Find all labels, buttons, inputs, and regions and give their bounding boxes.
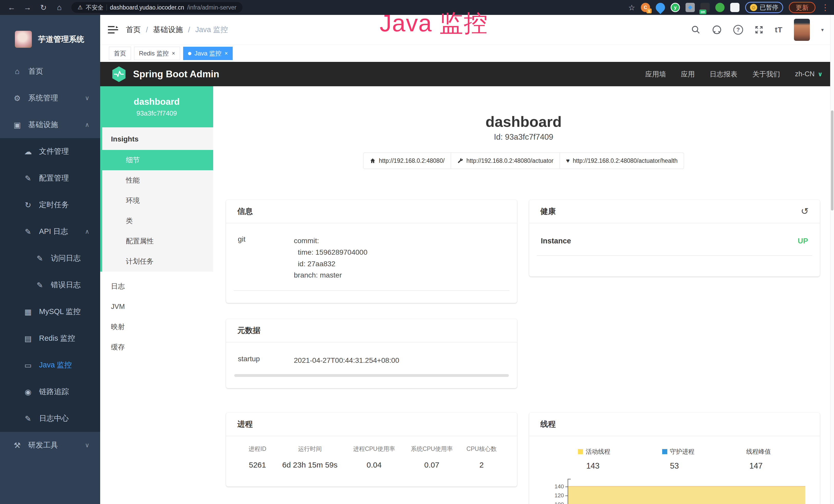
security-label[interactable]: 不安全 xyxy=(86,4,104,12)
scrollbar-thumb[interactable] xyxy=(831,110,833,210)
tags-view-bar: 首页 Redis 监控 × Java 监控 × xyxy=(100,45,834,62)
log-icon: ✎ xyxy=(35,254,45,263)
sidebar-item-access-logs[interactable]: ✎ 访问日志 xyxy=(0,245,100,272)
tag-label: Redis 监控 xyxy=(139,49,169,58)
infrastructure-submenu: ☁ 文件管理 ✎ 配置管理 ↻ 定时任务 ✎ API 日志 ∧ ✎ 访问日志 ✎ xyxy=(0,138,100,432)
update-button[interactable]: 更新 xyxy=(789,2,815,13)
sidebar-item-label: Java 监控 xyxy=(39,360,72,370)
actuator-url-button[interactable]: http://192.168.0.2:48080/actuator xyxy=(451,153,560,169)
locale-label: zh-CN xyxy=(795,70,815,78)
tag-home[interactable]: 首页 xyxy=(109,47,131,60)
menu-item-classes[interactable]: 类 xyxy=(102,211,213,231)
menu-item-environment[interactable]: 环境 xyxy=(102,190,213,211)
health-instance-row[interactable]: Instance UP xyxy=(537,223,812,256)
health-url-button[interactable]: ♥ http://192.168.0.2:48080/actuator/heal… xyxy=(560,153,684,169)
sidebar-item-label: 链路追踪 xyxy=(39,387,69,397)
caret-down-icon[interactable]: ▾ xyxy=(821,27,824,33)
instance-header[interactable]: dashboard 93a3fc7f7409 xyxy=(100,86,213,127)
breadcrumb-home[interactable]: 首页 xyxy=(126,25,141,35)
trace-eye-icon: ◉ xyxy=(23,387,34,396)
menu-item-metrics[interactable]: 性能 xyxy=(102,170,213,190)
browser-back-icon[interactable]: ← xyxy=(7,3,16,12)
fullscreen-icon[interactable] xyxy=(754,25,764,35)
sidebar-item-system-management[interactable]: ⚙ 系统管理 ∨ xyxy=(0,85,100,111)
tag-java-monitor[interactable]: Java 监控 × xyxy=(183,47,233,60)
menu-group-jvm[interactable]: JVM xyxy=(100,297,213,317)
info-git-row: git commit: time: 1596289704000 id: 27aa… xyxy=(234,223,509,291)
sba-nav-about[interactable]: 关于我们 xyxy=(752,70,780,79)
sidebar-item-scheduled-tasks[interactable]: ↻ 定时任务 xyxy=(0,191,100,218)
menu-item-details[interactable]: 细节 xyxy=(102,150,213,170)
metadata-card: 元数据 startup 2021-04-27T00:44:31.254+08:0… xyxy=(226,319,517,388)
threads-legend: 活动线程 守护进程 线程峰值 xyxy=(529,436,820,456)
help-icon[interactable]: ? xyxy=(733,25,743,35)
locale-selector[interactable]: zh-CN ∨ xyxy=(795,70,823,78)
extension-on-badge: on xyxy=(699,9,706,14)
y-tick-label-140: 140 xyxy=(544,483,564,490)
browser-forward-icon[interactable]: → xyxy=(23,3,32,12)
service-url-button[interactable]: http://192.168.0.2:48080/ xyxy=(363,153,451,169)
chevron-up-icon: ∧ xyxy=(85,228,89,235)
legend-peak-threads: 线程峰值 xyxy=(746,448,771,456)
sidebar-groups: 日志 JVM 映射 缓存 xyxy=(100,276,213,358)
profile-paused-badge[interactable]: ☺ 已暂停 xyxy=(745,2,783,13)
sidebar-item-label: 访问日志 xyxy=(51,253,81,264)
bookmark-star-icon[interactable]: ☆ xyxy=(628,3,635,12)
sidebar-item-trace[interactable]: ◉ 链路追踪 xyxy=(0,379,100,405)
sidebar-item-log-center[interactable]: ✎ 日志中心 xyxy=(0,405,100,432)
extension-y-icon[interactable]: y xyxy=(671,3,680,12)
tag-redis-monitor[interactable]: Redis 监控 × xyxy=(134,47,180,60)
search-icon[interactable] xyxy=(691,25,700,35)
app-logo-row[interactable]: 芋道管理系统 xyxy=(0,15,100,56)
sidebar-item-api-logs[interactable]: ✎ API 日志 ∧ xyxy=(0,218,100,245)
insights-label: Insights xyxy=(102,127,213,150)
tag-label: 首页 xyxy=(114,49,126,58)
legend-live-threads: 活动线程 xyxy=(578,448,610,456)
menu-group-caches[interactable]: 缓存 xyxy=(100,337,213,358)
sidebar-item-config-management[interactable]: ✎ 配置管理 xyxy=(0,165,100,191)
sidebar-item-file-management[interactable]: ☁ 文件管理 xyxy=(0,138,100,165)
sidebar-item-redis-monitor[interactable]: ▤ Redis 监控 xyxy=(0,325,100,352)
text-size-icon[interactable]: tT xyxy=(775,25,783,34)
cloud-upload-icon: ☁ xyxy=(23,147,34,156)
health-url: http://192.168.0.2:48080/actuator/health xyxy=(573,157,678,164)
menu-item-scheduled-tasks[interactable]: 计划任务 xyxy=(102,251,213,272)
extension-pin-icon[interactable] xyxy=(654,1,667,14)
sidebar-item-java-monitor[interactable]: ▭ Java 监控 xyxy=(0,352,100,379)
breadcrumb-infrastructure[interactable]: 基础设施 xyxy=(153,25,183,35)
browser-menu-icon[interactable]: ⋮ xyxy=(821,3,829,12)
sba-instance-sidebar: dashboard 93a3fc7f7409 Insights 细节 性能 环境… xyxy=(100,86,213,504)
live-threads-area xyxy=(568,486,806,504)
insights-group: Insights 细节 性能 环境 类 配置属性 计划任务 xyxy=(100,127,213,272)
close-icon[interactable]: × xyxy=(224,50,228,57)
horizontal-scrollbar[interactable] xyxy=(234,374,509,377)
address-bar[interactable]: ⚠ 不安全 dashboard.yudao.iocoder.cn /infra/… xyxy=(71,2,242,13)
extensions-puzzle-icon[interactable] xyxy=(730,3,740,12)
sidebar-item-infrastructure[interactable]: ▣ 基础设施 ∧ xyxy=(0,111,100,138)
hamburger-icon[interactable] xyxy=(108,25,118,34)
menu-group-mappings[interactable]: 映射 xyxy=(100,317,213,337)
sba-nav-applications[interactable]: 应用 xyxy=(681,70,695,79)
user-avatar[interactable] xyxy=(794,19,810,41)
sidebar-item-home[interactable]: ⌂ 首页 xyxy=(0,58,100,85)
sidebar-item-error-logs[interactable]: ✎ 错误日志 xyxy=(0,272,100,298)
y-tick-label-100: 100 xyxy=(544,501,564,504)
browser-reload-icon[interactable]: ↻ xyxy=(39,3,48,12)
extension-leaf-icon[interactable] xyxy=(715,3,725,12)
sba-nav-wallboard[interactable]: 应用墙 xyxy=(645,70,666,79)
mysql-icon: ▦ xyxy=(23,307,34,316)
sidebar-item-mysql-monitor[interactable]: ▦ MySQL 监控 xyxy=(0,298,100,325)
url-host[interactable]: dashboard.yudao.iocoder.cn xyxy=(110,4,184,11)
vertical-scrollbar[interactable] xyxy=(830,15,834,504)
extension-tampermonkey-icon[interactable]: on xyxy=(700,3,710,12)
sidebar-item-dev-tools[interactable]: ⚒ 研发工具 ∨ xyxy=(0,432,100,459)
menu-item-config-props[interactable]: 配置属性 xyxy=(102,231,213,251)
close-icon[interactable]: × xyxy=(172,50,175,57)
extension-grid-icon[interactable] xyxy=(685,3,695,12)
extension-colorzilla-icon[interactable]: C 1 xyxy=(641,3,650,12)
sba-nav-journal[interactable]: 日志报表 xyxy=(710,70,738,79)
history-icon[interactable]: ↺ xyxy=(801,206,809,217)
menu-group-logs[interactable]: 日志 xyxy=(100,276,213,297)
browser-home-icon[interactable]: ⌂ xyxy=(55,3,64,12)
github-icon[interactable] xyxy=(712,25,722,35)
